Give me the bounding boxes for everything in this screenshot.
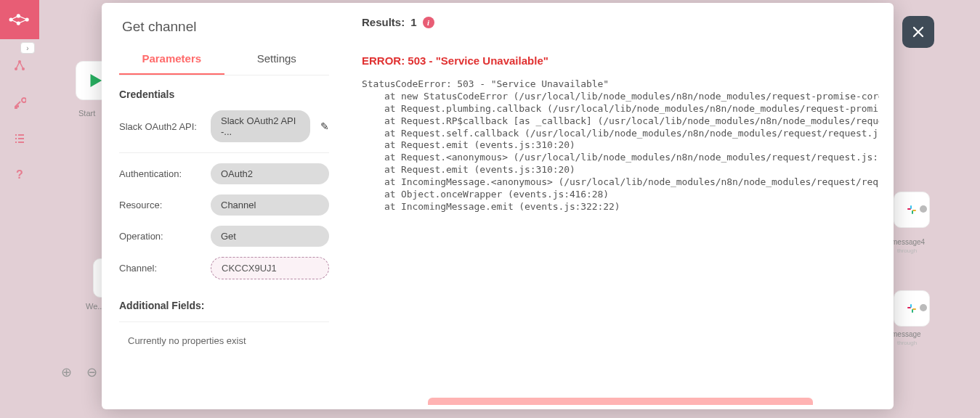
resource-label: Resource: <box>119 200 205 210</box>
info-icon[interactable]: i <box>423 17 434 28</box>
tab-bar: Parameters Settings <box>119 45 329 75</box>
svg-rect-15 <box>912 309 913 313</box>
results-count: 1 <box>410 16 416 28</box>
operation-row: Operation: Get <box>119 226 329 247</box>
divider <box>119 152 329 153</box>
bg-node-status-1 <box>920 205 927 213</box>
bg-node2-label: message <box>891 330 921 338</box>
svg-rect-9 <box>910 205 912 209</box>
help-icon[interactable]: ? <box>16 168 23 181</box>
cred-label: Slack OAuth2 API: <box>119 121 205 132</box>
executions-icon[interactable] <box>13 132 26 148</box>
error-title: ERROR: 503 - "Service Unavailable" <box>362 54 879 67</box>
results-label: Results: <box>362 16 405 28</box>
results-panel: Results: 1 i ERROR: 503 - "Service Unava… <box>347 3 894 409</box>
auth-row: Authentication: OAuth2 <box>119 163 329 184</box>
channel-row: Channel: CKCCX9UJ1 <box>119 257 329 279</box>
stack-trace: StatusCodeError: 503 - "Service Unavaila… <box>362 78 879 213</box>
zoom-in-icon[interactable]: ⊕ <box>61 364 72 380</box>
zoom-out-icon[interactable]: ⊖ <box>86 364 97 380</box>
cred-select[interactable]: Slack OAuth2 API -... <box>211 110 310 142</box>
additional-fields-heading: Additional Fields: <box>119 300 329 311</box>
execute-bar[interactable] <box>428 398 813 405</box>
pencil-icon[interactable]: ✎ <box>320 120 329 132</box>
zoom-controls: ⊕ ⊖ <box>61 364 97 380</box>
auth-label: Authentication: <box>119 168 205 179</box>
bg-node1-sub: through <box>897 247 917 254</box>
channel-label: Channel: <box>119 263 205 274</box>
bg-node-status-2 <box>920 304 927 311</box>
modal-title: Get channel <box>119 3 329 45</box>
parameters-panel: Get channel Parameters Settings Credenti… <box>102 3 347 409</box>
node-editor-modal: Get channel Parameters Settings Credenti… <box>102 3 894 409</box>
bg-start-label: Start <box>78 109 95 118</box>
side-nav: ? <box>0 39 39 181</box>
channel-input[interactable]: CKCCX9UJ1 <box>211 257 329 279</box>
close-button[interactable] <box>902 16 934 48</box>
tab-settings[interactable]: Settings <box>224 45 330 75</box>
operation-select[interactable]: Get <box>211 226 329 247</box>
no-properties-text: Currently no properties exist <box>119 322 329 359</box>
credentials-heading: Credentials <box>119 89 329 100</box>
close-icon <box>912 25 925 38</box>
resource-select[interactable]: Channel <box>211 194 329 216</box>
workflows-icon[interactable] <box>13 60 26 75</box>
resource-row: Resource: Channel <box>119 194 329 216</box>
svg-rect-13 <box>910 304 912 308</box>
bg-node1-label: message4 <box>891 238 925 246</box>
operation-label: Operation: <box>119 231 205 242</box>
tab-parameters[interactable]: Parameters <box>119 45 224 75</box>
app-logo <box>0 0 39 39</box>
results-header: Results: 1 i <box>362 16 879 28</box>
credentials-row: Slack OAuth2 API: Slack OAuth2 API -... … <box>119 110 329 142</box>
bg-node2-sub: through <box>897 340 917 346</box>
svg-marker-7 <box>91 74 102 87</box>
auth-select[interactable]: OAuth2 <box>211 163 329 184</box>
svg-rect-11 <box>912 210 913 214</box>
credentials-icon[interactable] <box>13 96 26 112</box>
